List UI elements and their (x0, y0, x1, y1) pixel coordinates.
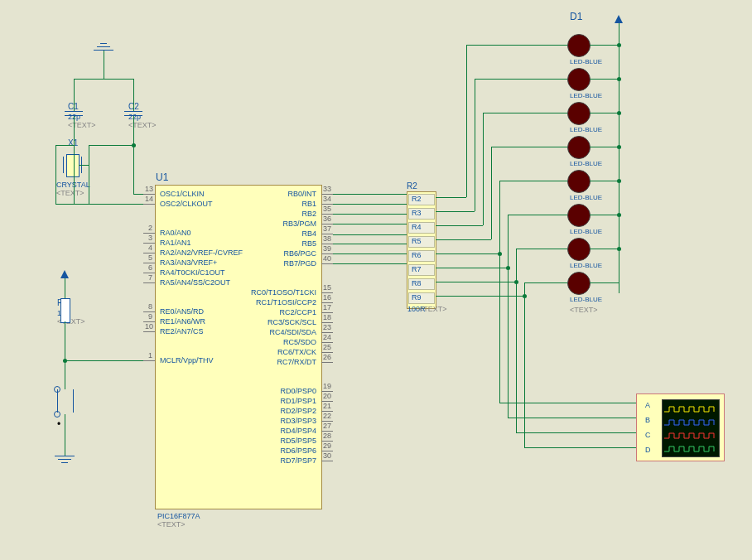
led-label: LED-BLUE (570, 126, 602, 133)
rn-label: R3 (412, 209, 422, 217)
pin-stub (143, 204, 155, 205)
ground-icon (94, 50, 113, 51)
pin-name: RC4/SDI/SDA (269, 328, 316, 336)
pin-num: 20 (323, 392, 331, 400)
wire (436, 225, 483, 226)
wire (55, 204, 143, 205)
pin-num: 38 (323, 234, 331, 243)
ic-part: PIC16F877A (157, 512, 200, 520)
led[interactable] (567, 102, 591, 125)
junction (617, 111, 621, 115)
led-label: LED-BLUE (570, 92, 602, 99)
led[interactable] (567, 68, 591, 91)
ic-ref: U1 (156, 171, 168, 183)
c2-val: 22p (128, 113, 141, 121)
wire (590, 79, 619, 80)
pin-name: RA3/AN3/VREF+ (160, 258, 217, 267)
oscilloscope[interactable]: A B C D (636, 393, 725, 461)
pin-name: RB6/PGC (283, 249, 316, 258)
r2-ref: R2 (407, 181, 417, 191)
resistor-icon[interactable] (60, 298, 70, 323)
wire (436, 253, 499, 254)
led[interactable] (567, 238, 591, 261)
wire (74, 79, 133, 80)
pin-name: RD5/PSP5 (280, 437, 316, 445)
scope-ch: C (645, 431, 651, 439)
junction (523, 294, 527, 298)
pin-name: RC6/TX/CK (277, 348, 316, 356)
push-button (54, 386, 60, 393)
scope-ch: A (645, 401, 650, 409)
wire (333, 224, 407, 224)
wire (436, 239, 491, 240)
pin-num: 10 (145, 322, 153, 331)
led[interactable] (567, 34, 591, 57)
wire (65, 278, 65, 298)
pin-name: RB7/PGD (283, 259, 316, 268)
pin-name: RD6/PSP6 (280, 447, 316, 455)
wire (508, 268, 509, 418)
junction (63, 359, 67, 363)
pin-num: 39 (323, 244, 331, 253)
junction (617, 179, 621, 183)
crystal-icon[interactable] (66, 154, 80, 177)
wire (65, 360, 143, 361)
pin-name: MCLR/Vpp/THV (160, 356, 214, 364)
pin-name: RB1 (301, 200, 316, 208)
led[interactable] (567, 204, 591, 227)
wire (436, 296, 524, 297)
junction (506, 266, 510, 270)
wire (74, 116, 75, 166)
led-label: LED-BLUE (570, 228, 602, 235)
wire (436, 197, 466, 198)
wire (619, 23, 619, 293)
wire (333, 194, 407, 195)
pin-num: 9 (148, 312, 152, 321)
resistor-network[interactable]: R2 R3 R4 R5 R6 R7 R8 R9 (407, 191, 436, 309)
push-button[interactable] (57, 389, 74, 413)
wire (491, 147, 492, 239)
x1-note: <TEXT> (56, 189, 84, 197)
junction (514, 280, 518, 284)
pin-num: 14 (145, 195, 153, 203)
led-label: LED-BLUE (570, 262, 602, 269)
ic-note: <TEXT> (157, 520, 186, 529)
led-label: LED-BLUE (570, 58, 602, 65)
led[interactable] (567, 170, 591, 193)
junction (617, 43, 621, 47)
wire (89, 145, 133, 146)
led[interactable] (567, 136, 591, 159)
pin-num: 28 (323, 432, 331, 440)
ground-icon (58, 459, 71, 460)
pin-name: RA1/AN1 (160, 239, 191, 247)
pin-num: 34 (323, 195, 331, 203)
junction (617, 145, 621, 149)
pin-name: RC5/SDO (283, 338, 316, 346)
wire (333, 244, 407, 244)
pin-num: 4 (148, 244, 152, 252)
capacitor-icon (124, 111, 142, 112)
pin-name: RB5 (301, 239, 316, 248)
wire (508, 215, 567, 215)
scope-ch: B (645, 416, 650, 424)
wire (516, 249, 517, 282)
wire (590, 215, 619, 215)
led[interactable] (567, 272, 591, 295)
wire (590, 147, 619, 147)
pin-num: 40 (323, 254, 331, 263)
pin-num: 35 (323, 205, 331, 213)
led-label: LED-BLUE (570, 160, 602, 167)
wire (436, 282, 516, 282)
pin-stub (321, 362, 333, 363)
pin-stub (143, 282, 155, 283)
pin-num: 3 (148, 234, 152, 242)
pin-num: 18 (323, 313, 331, 321)
pin-num: 8 (148, 302, 152, 311)
wire (74, 166, 75, 204)
capacitor-icon (65, 111, 83, 112)
pin-name: RE0/AN5/RD (160, 307, 204, 316)
wire (436, 211, 475, 212)
crystal-icon (63, 157, 64, 173)
wire (475, 79, 567, 80)
junction (132, 143, 136, 147)
